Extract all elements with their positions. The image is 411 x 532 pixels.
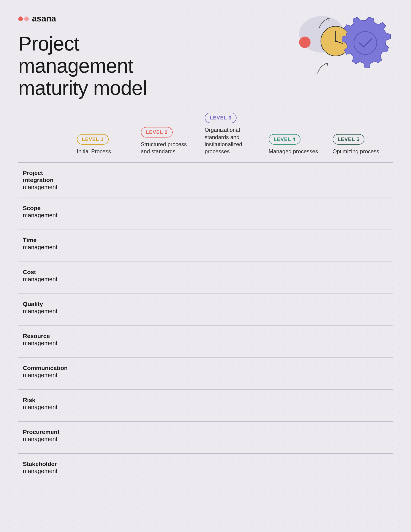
table-row: Stakeholdermanagement — [18, 453, 393, 485]
row-9-level-2 — [137, 453, 201, 485]
row-4-level-3 — [201, 294, 265, 325]
header-label-cell — [18, 113, 73, 162]
row-5-label: Resourcemanagement — [18, 325, 73, 358]
row-0-level-2 — [137, 162, 201, 198]
row-4-level-4 — [265, 294, 329, 325]
row-1-level-3 — [201, 198, 265, 229]
row-6-label: Communicationmanagement — [18, 358, 73, 390]
table-row: Procurementmanagement — [18, 421, 393, 453]
level-1-badge: LEVEL 1 — [77, 134, 109, 145]
row-5-level-5 — [329, 325, 393, 358]
level-header-row: LEVEL 1 Initial Process LEVEL 2 Structur… — [18, 113, 393, 162]
table-row: Resourcemanagement — [18, 325, 393, 358]
row-8-level-5 — [329, 421, 393, 453]
row-7-level-4 — [265, 390, 329, 421]
table-row: Timemanagement — [18, 229, 393, 262]
table-row: Project integrationmanagement — [18, 162, 393, 198]
row-1-level-1 — [73, 198, 137, 229]
row-9-level-4 — [265, 453, 329, 485]
row-9-label: Stakeholdermanagement — [18, 453, 73, 485]
row-6-level-4 — [265, 358, 329, 390]
header-left: asana Project management maturity model — [18, 14, 274, 99]
table-row: Communicationmanagement — [18, 358, 393, 390]
row-8-level-1 — [73, 421, 137, 453]
red-dot-decoration — [299, 37, 310, 48]
logo-text: asana — [32, 14, 56, 24]
row-2-level-2 — [137, 229, 201, 262]
logo-dot-pink — [24, 17, 29, 21]
maturity-table: LEVEL 1 Initial Process LEVEL 2 Structur… — [18, 113, 393, 485]
level-1-desc: Initial Process — [77, 148, 133, 155]
level-3-header: LEVEL 3 Organizational standards and ins… — [201, 113, 265, 162]
row-3-level-5 — [329, 262, 393, 294]
level-3-badge: LEVEL 3 — [205, 113, 237, 123]
row-3-level-3 — [201, 262, 265, 294]
row-8-level-2 — [137, 421, 201, 453]
table-row: Qualitymanagement — [18, 294, 393, 325]
row-7-level-2 — [137, 390, 201, 421]
level-3-desc: Organizational standards and institution… — [205, 126, 261, 155]
header: asana Project management maturity model — [18, 14, 393, 99]
row-1-level-2 — [137, 198, 201, 229]
row-9-level-3 — [201, 453, 265, 485]
row-7-level-1 — [73, 390, 137, 421]
row-4-label: Qualitymanagement — [18, 294, 73, 325]
row-0-level-3 — [201, 162, 265, 198]
row-7-label: Riskmanagement — [18, 390, 73, 421]
row-4-level-1 — [73, 294, 137, 325]
row-3-label: Costmanagement — [18, 262, 73, 294]
row-5-level-3 — [201, 325, 265, 358]
row-0-label: Project integrationmanagement — [18, 162, 73, 198]
row-4-level-5 — [329, 294, 393, 325]
header-illustration — [274, 14, 393, 78]
row-8-label: Procurementmanagement — [18, 421, 73, 453]
row-6-level-1 — [73, 358, 137, 390]
logo: asana — [18, 14, 274, 24]
row-3-level-2 — [137, 262, 201, 294]
arrow-bottom-decoration — [311, 58, 333, 76]
level-1-header: LEVEL 1 Initial Process — [73, 113, 137, 162]
row-2-level-3 — [201, 229, 265, 262]
row-9-level-5 — [329, 453, 393, 485]
row-0-level-1 — [73, 162, 137, 198]
row-2-level-5 — [329, 229, 393, 262]
level-4-badge: LEVEL 4 — [269, 134, 301, 145]
row-6-level-5 — [329, 358, 393, 390]
row-8-level-3 — [201, 421, 265, 453]
row-2-label: Timemanagement — [18, 229, 73, 262]
row-3-level-1 — [73, 262, 137, 294]
level-5-badge: LEVEL 5 — [333, 134, 365, 145]
level-4-desc: Managed processes — [269, 148, 325, 155]
row-5-level-1 — [73, 325, 137, 358]
row-1-label: Scopemanagement — [18, 198, 73, 229]
row-7-level-3 — [201, 390, 265, 421]
gear-decoration — [338, 16, 393, 71]
row-1-level-5 — [329, 198, 393, 229]
page-title: Project management maturity model — [18, 33, 178, 99]
level-5-desc: Optimizing process — [333, 148, 389, 155]
row-3-level-4 — [265, 262, 329, 294]
row-6-level-3 — [201, 358, 265, 390]
row-8-level-4 — [265, 421, 329, 453]
row-6-level-2 — [137, 358, 201, 390]
row-0-level-5 — [329, 162, 393, 198]
level-2-desc: Structured process and standards — [141, 141, 197, 155]
row-5-level-2 — [137, 325, 201, 358]
level-5-header: LEVEL 5 Optimizing process — [329, 113, 393, 162]
level-2-header: LEVEL 2 Structured process and standards — [137, 113, 201, 162]
row-7-level-5 — [329, 390, 393, 421]
level-4-header: LEVEL 4 Managed processes — [265, 113, 329, 162]
logo-dots — [18, 17, 29, 21]
row-2-level-1 — [73, 229, 137, 262]
logo-dot-red — [18, 17, 23, 21]
row-9-level-1 — [73, 453, 137, 485]
row-5-level-4 — [265, 325, 329, 358]
table-row: Scopemanagement — [18, 198, 393, 229]
level-2-badge: LEVEL 2 — [141, 127, 173, 138]
row-4-level-2 — [137, 294, 201, 325]
table-row: Riskmanagement — [18, 390, 393, 421]
row-2-level-4 — [265, 229, 329, 262]
table-row: Costmanagement — [18, 262, 393, 294]
row-1-level-4 — [265, 198, 329, 229]
row-0-level-4 — [265, 162, 329, 198]
